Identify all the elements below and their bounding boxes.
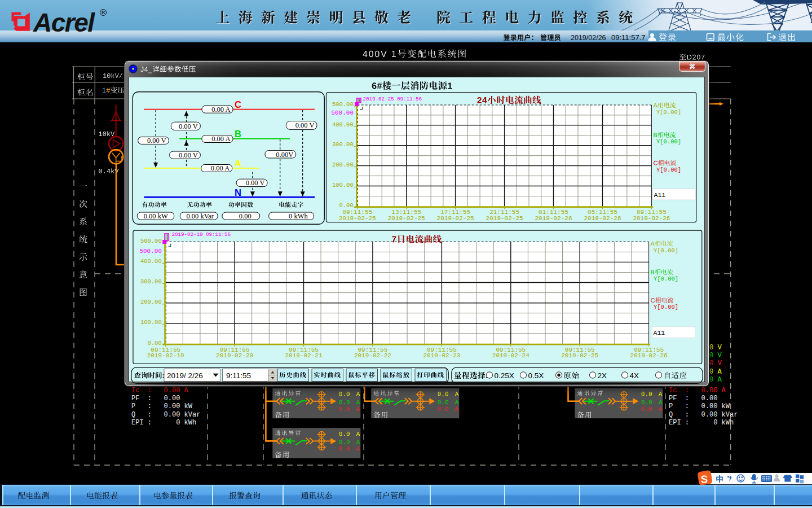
svg-text:200.00: 200.00 (332, 161, 354, 168)
svg-text:0.25X: 0.25X (495, 371, 514, 380)
svg-text:2019-02-21: 2019-02-21 (285, 352, 322, 359)
svg-text:B: B (235, 129, 241, 139)
svg-text:0.00: 0.00 (147, 340, 161, 347)
svg-text:400.00: 400.00 (332, 121, 354, 128)
svg-text:500.00: 500.00 (139, 248, 162, 255)
svg-text:0.00: 0.00 (239, 212, 251, 220)
svg-text:0.00 V: 0.00 V (246, 179, 265, 187)
svg-text:Y[0.00]: Y[0.00] (654, 275, 678, 282)
svg-text:2019-02-24: 2019-02-24 (492, 352, 529, 359)
svg-text:2019-02-25: 2019-02-25 (388, 215, 425, 222)
svg-text:Y[0.00]: Y[0.00] (656, 138, 681, 145)
svg-text:0.00 kVar: 0.00 kVar (186, 212, 214, 220)
svg-text:500.00: 500.00 (140, 238, 162, 244)
svg-text:Y[0.00]: Y[0.00] (656, 109, 681, 116)
svg-text:2019-02-25 09:11:56: 2019-02-25 09:11:56 (363, 96, 422, 102)
svg-text:2019-02-26: 2019-02-26 (535, 215, 572, 222)
svg-text:A11: A11 (654, 191, 666, 199)
svg-text:0.00 V: 0.00 V (295, 121, 315, 129)
svg-text:2019-02-25: 2019-02-25 (339, 215, 376, 222)
svg-text:300.00: 300.00 (140, 278, 162, 285)
svg-text:0.00: 0.00 (339, 202, 353, 209)
svg-text:0 kWh: 0 kWh (289, 212, 308, 220)
svg-text:0.00 V: 0.00 V (179, 151, 198, 159)
svg-text:9:11:55: 9:11:55 (226, 371, 251, 380)
svg-text:0.00 V: 0.00 V (147, 137, 166, 144)
svg-text:2019-02-23: 2019-02-23 (423, 352, 460, 359)
svg-text:2019-02-19 09:11:56: 2019-02-19 09:11:56 (172, 231, 231, 238)
svg-text:2019-02-25: 2019-02-25 (437, 215, 474, 222)
svg-text:4X: 4X (630, 371, 639, 380)
svg-text:400.00: 400.00 (140, 258, 162, 265)
svg-text:0.00 kW: 0.00 kW (144, 212, 168, 220)
svg-text:0.00 V: 0.00 V (179, 122, 198, 130)
svg-text:0.00 A: 0.00 A (211, 135, 230, 143)
svg-text:C: C (235, 99, 241, 110)
svg-text:500.00: 500.00 (332, 101, 354, 108)
svg-text:2019/ 2/26: 2019/ 2/26 (167, 371, 203, 380)
svg-text:2019-02-26: 2019-02-26 (584, 215, 621, 222)
svg-text:0.00 A: 0.00 A (211, 164, 230, 172)
svg-text:A: A (235, 158, 241, 168)
svg-text:2019-02-19: 2019-02-19 (147, 352, 184, 359)
svg-text:2X: 2X (598, 371, 607, 380)
svg-text:0.00 A: 0.00 A (211, 106, 230, 113)
svg-text:100.00: 100.00 (332, 182, 354, 189)
svg-text:Y[0.00]: Y[0.00] (654, 304, 678, 310)
svg-text:Y[0.00]: Y[0.00] (656, 167, 681, 173)
svg-text:2019-02-25: 2019-02-25 (486, 215, 523, 222)
svg-text:2019-02-26: 2019-02-26 (633, 215, 670, 222)
svg-text:500.00: 500.00 (331, 110, 354, 116)
svg-text:Y[0.00]: Y[0.00] (654, 247, 678, 254)
svg-text:2019-02-26: 2019-02-26 (630, 352, 668, 359)
svg-text:200.00: 200.00 (140, 299, 162, 305)
svg-text:N: N (235, 187, 241, 198)
svg-text:2019-02-20: 2019-02-20 (216, 352, 253, 359)
svg-text:0.5X: 0.5X (528, 371, 544, 380)
svg-text:A11: A11 (654, 329, 665, 336)
svg-text:300.00: 300.00 (332, 141, 354, 148)
svg-text:2019-02-22: 2019-02-22 (354, 352, 391, 359)
svg-text:0.00V: 0.00V (276, 151, 293, 159)
svg-text:2019-02-25: 2019-02-25 (561, 352, 598, 359)
svg-text:100.00: 100.00 (140, 319, 162, 326)
